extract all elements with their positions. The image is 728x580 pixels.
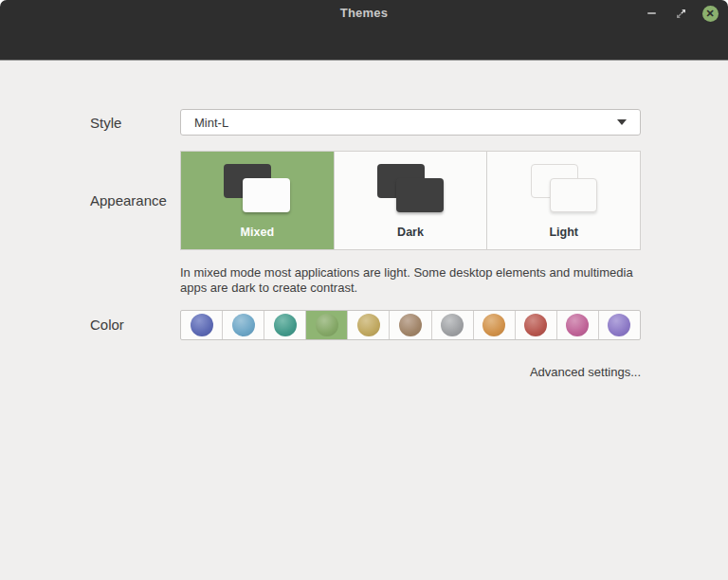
color-swatch-aqua[interactable] (222, 311, 264, 339)
color-swatch-purple[interactable] (598, 311, 640, 339)
minimize-icon (647, 12, 656, 14)
restore-icon (676, 9, 686, 19)
color-row: Color (90, 310, 641, 340)
appearance-row: Appearance Mixed (90, 151, 641, 250)
appearance-option-dark[interactable]: Dark (334, 152, 487, 249)
color-swatch-blue[interactable] (181, 311, 222, 339)
appearance-card-strip: Mixed Dark Light (180, 151, 641, 250)
color-swatch-green[interactable] (305, 311, 347, 339)
color-label: Color (90, 317, 180, 333)
advanced-settings-row: Advanced settings... (180, 363, 641, 380)
color-swatch-strip (180, 310, 641, 340)
close-icon: ✕ (702, 6, 719, 22)
titlebar: Themes ✕ (0, 0, 728, 61)
advanced-settings-link[interactable]: Advanced settings... (530, 365, 641, 379)
mixed-theme-icon (224, 164, 290, 213)
style-label: Style (90, 115, 180, 131)
close-button[interactable]: ✕ (701, 5, 719, 22)
chevron-down-icon (617, 119, 627, 125)
themes-window: Themes ✕ Style Mint-L (0, 0, 728, 580)
appearance-option-label: Dark (397, 226, 424, 249)
appearance-option-mixed[interactable]: Mixed (181, 152, 334, 249)
appearance-option-light[interactable]: Light (486, 152, 640, 249)
appearance-description: In mixed mode most applications are ligh… (180, 265, 641, 297)
color-swatch-teal[interactable] (264, 311, 305, 339)
light-theme-icon (531, 164, 597, 213)
style-row: Style Mint-L (90, 109, 641, 136)
color-swatch-orange[interactable] (473, 311, 515, 339)
appearance-option-label: Mixed (241, 226, 274, 249)
appearance-option-label: Light (549, 226, 578, 249)
brown-color-ball (399, 314, 422, 336)
color-swatch-red[interactable] (515, 311, 556, 339)
window-title: Themes (0, 6, 728, 20)
minimize-button[interactable] (643, 5, 660, 22)
restore-button[interactable] (672, 5, 689, 22)
style-dropdown-value: Mint-L (194, 116, 617, 130)
aqua-color-ball (232, 314, 255, 336)
color-swatch-pink[interactable] (556, 311, 598, 339)
pink-color-ball (566, 314, 589, 336)
purple-color-ball (608, 314, 630, 336)
color-swatch-sand[interactable] (347, 311, 389, 339)
grey-color-ball (441, 314, 464, 336)
color-swatch-grey[interactable] (431, 311, 473, 339)
blue-color-ball (191, 314, 213, 336)
dark-theme-icon (377, 164, 444, 213)
window-controls: ✕ (643, 5, 719, 22)
sand-color-ball (357, 314, 380, 336)
style-dropdown[interactable]: Mint-L (180, 109, 641, 136)
red-color-ball (524, 314, 547, 336)
content-area: Style Mint-L Appearance Mixed (0, 61, 728, 380)
teal-color-ball (274, 314, 297, 336)
appearance-label: Appearance (90, 192, 180, 208)
green-color-ball (316, 314, 338, 336)
orange-color-ball (482, 314, 505, 336)
color-swatch-brown[interactable] (389, 311, 430, 339)
